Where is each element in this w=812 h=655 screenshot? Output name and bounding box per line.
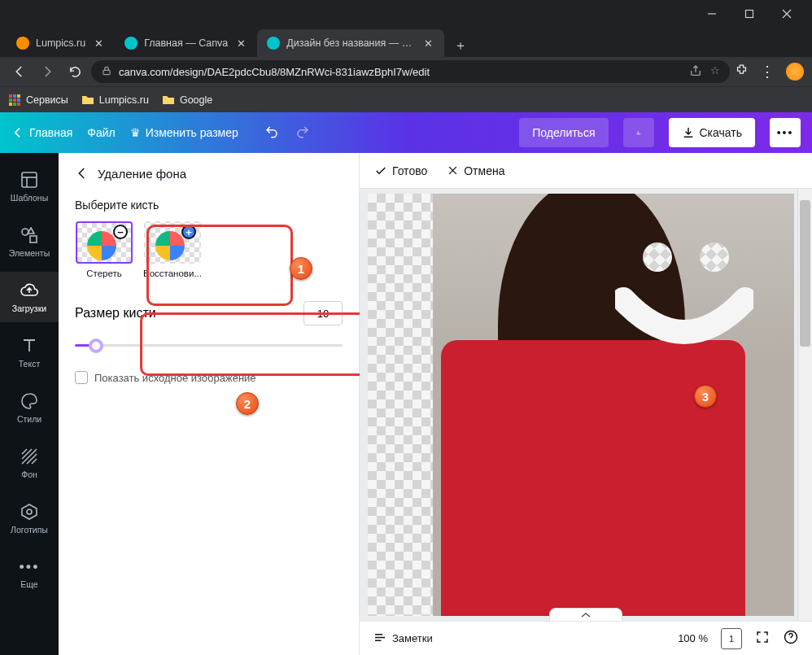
show-original-row[interactable]: Показать исходное изображение: [75, 371, 343, 384]
canvas-viewport[interactable]: 3: [360, 189, 812, 621]
notes-button[interactable]: Заметки: [373, 631, 433, 646]
canvas-image[interactable]: 3: [368, 194, 794, 616]
browser-tab-strip: Lumpics.ru ✕ Главная — Canva ✕ Дизайн бе…: [0, 28, 812, 57]
tab-title: Lumpics.ru: [36, 37, 85, 49]
browser-tab[interactable]: Lumpics.ru ✕: [7, 29, 115, 57]
rail-styles[interactable]: Стили: [0, 382, 59, 433]
tab-close-icon[interactable]: ✕: [92, 37, 105, 50]
page-indicator[interactable]: 1: [721, 628, 742, 649]
new-tab-button[interactable]: ＋: [449, 34, 472, 57]
bookmark-item[interactable]: Lumpics.ru: [81, 94, 149, 107]
rail-elements[interactable]: Элементы: [0, 216, 59, 267]
url-text: canva.com/design/DAE2pdcCbu8/8MZnRWci-83…: [119, 66, 430, 78]
annotation-marker-3: 3: [694, 385, 717, 408]
redo-button[interactable]: [295, 124, 310, 142]
chevron-left-icon: [75, 166, 89, 181]
window-maximize-icon[interactable]: [731, 2, 768, 26]
tab-title: Дизайн без названия — 1200: [286, 37, 416, 49]
share-button[interactable]: Поделиться: [519, 118, 608, 147]
svg-rect-18: [30, 236, 37, 242]
svg-rect-12: [13, 103, 16, 106]
slider-thumb[interactable]: [89, 338, 103, 353]
home-button[interactable]: Главная: [11, 126, 72, 139]
rail-uploads[interactable]: Загрузки: [0, 272, 59, 322]
svg-point-24: [27, 509, 32, 514]
panel-back[interactable]: Удаление фона: [75, 166, 343, 181]
address-bar[interactable]: canva.com/design/DAE2pdcCbu8/8MZnRWci-83…: [91, 60, 730, 83]
undo-button[interactable]: [264, 124, 279, 142]
file-menu[interactable]: Файл: [87, 126, 115, 139]
brush-restore[interactable]: + Восстанови...: [143, 221, 202, 278]
rail-label: Текст: [19, 359, 40, 369]
canva-header: Главная Файл ♛ Изменить размер Поделитьс…: [0, 112, 812, 153]
svg-rect-8: [9, 98, 12, 102]
window-close-icon[interactable]: [768, 2, 805, 26]
brush-restore-label: Восстанови...: [143, 269, 202, 278]
apps-icon: [8, 94, 21, 107]
forward-button[interactable]: [36, 60, 59, 83]
resize-button[interactable]: ♛ Изменить размер: [130, 126, 238, 139]
tab-close-icon[interactable]: ✕: [234, 37, 247, 50]
more-icon: •••: [20, 559, 40, 576]
bookmark-label: Сервисы: [26, 94, 68, 106]
bookmark-label: Google: [180, 94, 212, 106]
window-minimize-icon[interactable]: [693, 2, 731, 26]
svg-rect-6: [13, 94, 16, 98]
done-button[interactable]: Готово: [374, 164, 427, 177]
bookmark-apps[interactable]: Сервисы: [8, 94, 68, 107]
svg-line-21: [22, 449, 27, 454]
svg-rect-14: [22, 172, 37, 187]
menu-icon[interactable]: ⋮: [760, 63, 775, 81]
rail-templates[interactable]: Шаблоны: [0, 161, 59, 212]
profile-avatar[interactable]: [786, 63, 804, 81]
brush-restore-thumb: +: [144, 221, 201, 264]
svg-line-22: [27, 454, 37, 464]
rail-more[interactable]: ••• Еще: [0, 548, 59, 599]
bookmark-item[interactable]: Google: [162, 94, 212, 107]
scrollbar-thumb[interactable]: [800, 200, 810, 347]
home-label: Главная: [29, 126, 72, 139]
annotation-marker-2: 2: [236, 392, 259, 415]
download-button[interactable]: Скачать: [669, 118, 756, 147]
browser-tab[interactable]: Главная — Canva ✕: [115, 29, 257, 57]
back-button[interactable]: [8, 60, 31, 83]
extensions-icon[interactable]: [735, 63, 749, 81]
svg-rect-5: [9, 94, 12, 98]
stats-button[interactable]: [623, 118, 654, 147]
page-handle[interactable]: [549, 608, 622, 621]
rail-label: Стили: [17, 414, 41, 424]
svg-rect-7: [17, 94, 20, 98]
templates-icon: [20, 170, 39, 190]
zoom-level[interactable]: 100 %: [678, 632, 708, 644]
reload-button[interactable]: [63, 60, 86, 83]
tab-close-icon[interactable]: ✕: [422, 37, 434, 50]
minus-icon: −: [113, 225, 128, 239]
fullscreen-button[interactable]: [755, 630, 770, 647]
cancel-button[interactable]: Отмена: [447, 164, 504, 177]
rail-label: Фон: [21, 469, 37, 479]
star-icon[interactable]: ☆: [710, 64, 720, 80]
show-original-label: Показать исходное изображение: [94, 372, 256, 384]
share-icon[interactable]: [689, 64, 702, 80]
checkbox[interactable]: [75, 371, 88, 384]
svg-rect-10: [17, 98, 20, 102]
brush-size-input[interactable]: [303, 301, 343, 325]
svg-rect-9: [13, 98, 16, 102]
cancel-label: Отмена: [464, 164, 504, 177]
bookmark-label: Lumpics.ru: [99, 94, 149, 106]
left-rail: Шаблоны Элементы Загрузки Текст Стили Фо…: [0, 153, 59, 655]
browser-tab-active[interactable]: Дизайн без названия — 1200 ✕: [257, 29, 444, 57]
brush-erase[interactable]: − Стереть: [75, 221, 133, 278]
help-button[interactable]: [783, 629, 799, 648]
rail-label: Логотипы: [11, 525, 48, 535]
more-button[interactable]: •••: [770, 118, 801, 147]
rail-logos[interactable]: Логотипы: [0, 493, 59, 544]
brush-size-slider[interactable]: [75, 337, 343, 353]
vertical-scrollbar[interactable]: [797, 189, 812, 621]
main-layout: Шаблоны Элементы Загрузки Текст Стили Фо…: [0, 153, 812, 655]
rail-background[interactable]: Фон: [0, 438, 59, 488]
annotation-marker-1: 1: [290, 257, 312, 280]
palette-icon: [20, 391, 39, 411]
logo-icon: [20, 502, 39, 522]
rail-text[interactable]: Текст: [0, 327, 59, 378]
